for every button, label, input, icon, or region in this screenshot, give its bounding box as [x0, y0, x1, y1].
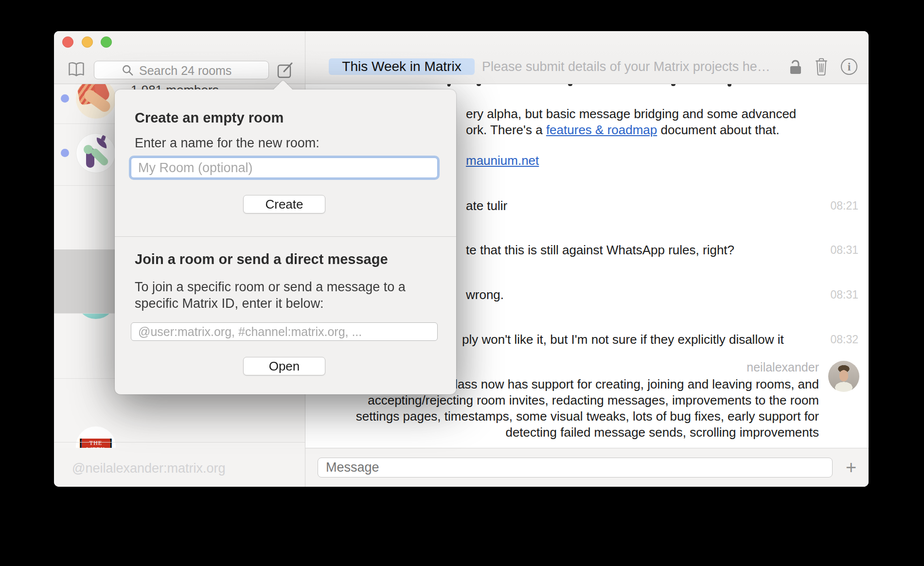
composer-bar: + — [305, 448, 869, 487]
compose-button[interactable] — [276, 61, 295, 79]
minimize-window-button[interactable] — [82, 36, 93, 48]
timestamp: 08:32 — [830, 332, 858, 347]
own-message-line: settings pages, timestamps, some visual … — [356, 408, 819, 424]
message-fragment: maunium.net — [466, 153, 539, 168]
timestamp: 08:31 — [830, 287, 858, 302]
room-avatar-k-stripes-icon — [76, 79, 116, 119]
room-title: This Week in Matrix — [342, 59, 461, 74]
open-button[interactable]: Open — [243, 357, 325, 375]
book-icon — [68, 61, 85, 78]
join-room-title: Join a room or send a direct message — [135, 251, 388, 267]
sender-name: neilalexander — [746, 360, 819, 374]
search-field[interactable]: Search 24 rooms — [94, 61, 269, 79]
message-fragment: ate tulir — [466, 198, 507, 213]
zoom-window-button[interactable] — [101, 36, 112, 48]
own-message-line: accepting/rejecting room invites, redact… — [368, 392, 819, 408]
message-fragment: te that this is still against WhatsApp r… — [466, 242, 734, 258]
matrix-id-input[interactable] — [131, 322, 438, 341]
own-message-line: glass now has support for creating, join… — [448, 376, 819, 392]
timestamp: 08:31 — [830, 242, 858, 258]
room-title-chip[interactable]: This Week in Matrix — [329, 58, 475, 75]
unlock-icon — [786, 58, 803, 76]
encryption-button[interactable] — [786, 58, 803, 76]
create-room-title: Create an empty room — [135, 110, 284, 126]
info-icon: i — [848, 60, 851, 73]
room-info-button[interactable]: i — [841, 58, 857, 75]
close-window-button[interactable] — [62, 36, 73, 48]
timestamp: 08:21 — [830, 198, 858, 213]
maunium-link[interactable]: maunium.net — [466, 153, 539, 168]
unread-dot — [61, 149, 69, 157]
trash-icon — [814, 58, 829, 76]
search-placeholder: Search 24 rooms — [139, 63, 231, 78]
own-message-line: detecting failed message sends, scrollin… — [505, 424, 819, 440]
compose-icon — [276, 61, 295, 79]
message-fragment: ork. There's a features & roadmap docume… — [466, 122, 780, 138]
search-icon — [122, 64, 134, 77]
bookmarks-button[interactable] — [68, 61, 85, 78]
room-avatar-k-apple-icon — [76, 133, 116, 173]
unread-dot — [61, 94, 69, 103]
message-fragment: wrong. — [466, 287, 504, 302]
message-fragment: ery alpha, but basic message bridging an… — [466, 106, 796, 122]
join-room-description-line2: specific Matrix ID, enter it below: — [135, 295, 324, 312]
features-roadmap-link[interactable]: features & roadmap — [546, 123, 657, 137]
avatar — [828, 361, 859, 392]
create-button[interactable]: Create — [243, 195, 325, 213]
popover-divider — [115, 236, 456, 237]
room-name-input[interactable] — [131, 158, 438, 178]
app-window: 1,981 members S [ ] — [54, 31, 869, 487]
attach-button[interactable]: + — [841, 458, 861, 478]
join-room-description-line1: To join a specific room or send a messag… — [135, 279, 406, 295]
logged-in-user-id: @neilalexander:matrix.org — [72, 461, 226, 476]
delete-room-button[interactable] — [814, 58, 829, 76]
sidebar-footer: @neilalexander:matrix.org — [54, 448, 305, 487]
create-room-popover: Create an empty room Enter a name for th… — [115, 89, 456, 394]
toolbar: Search 24 rooms This Week in Matrix Plea… — [54, 31, 869, 84]
message-fragment: ply won't like it, but I'm not sure if t… — [462, 332, 784, 347]
message-input[interactable] — [318, 458, 833, 478]
room-topic[interactable]: Please submit details of your Matrix pro… — [482, 59, 784, 74]
create-room-label: Enter a name for the new room: — [135, 135, 320, 151]
